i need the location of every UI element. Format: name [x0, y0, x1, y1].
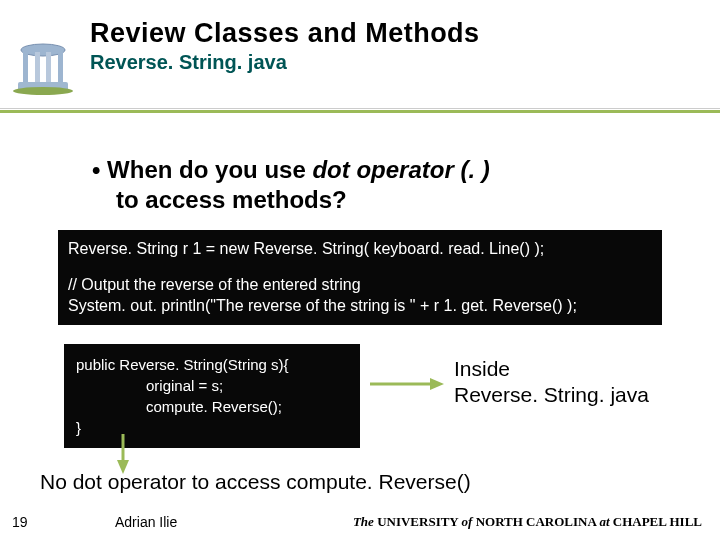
- bottom-note: No dot operator to access compute. Rever…: [40, 470, 471, 494]
- bullet-question: • When do you use dot operator (. ) to a…: [92, 155, 690, 215]
- code-line: // Output the reverse of the entered str…: [68, 274, 652, 296]
- svg-rect-2: [35, 52, 40, 82]
- svg-point-6: [13, 87, 73, 95]
- slide-title: Review Classes and Methods: [90, 18, 720, 49]
- svg-rect-4: [58, 52, 63, 82]
- code-line: compute. Reverse();: [76, 396, 348, 417]
- arrow-right-icon: [368, 376, 444, 392]
- page-number: 19: [12, 514, 28, 530]
- inside-label: Inside Reverse. String. java: [454, 356, 649, 409]
- code-block-constructor: public Reverse. String(String s){ origin…: [64, 344, 360, 448]
- bullet-italic: dot operator (. ): [312, 156, 489, 183]
- footer: 19 Adrian Ilie The UNIVERSITY of NORTH C…: [0, 510, 720, 540]
- bullet-suffix: to access methods?: [92, 185, 690, 215]
- logo-icon: [8, 38, 78, 98]
- divider-line: [0, 108, 720, 109]
- code-line: System. out. println("The reverse of the…: [68, 295, 652, 317]
- slide-subtitle: Reverse. String. java: [90, 51, 720, 74]
- university-name: The UNIVERSITY of NORTH CAROLINA at CHAP…: [353, 514, 702, 530]
- arrow-down-icon: [114, 432, 132, 474]
- inside-line2: Reverse. String. java: [454, 382, 649, 408]
- author-name: Adrian Ilie: [115, 514, 177, 530]
- code-line: Reverse. String r 1 = new Reverse. Strin…: [68, 238, 652, 260]
- code-line: original = s;: [76, 375, 348, 396]
- svg-rect-1: [23, 52, 28, 82]
- divider-line-green: [0, 110, 720, 113]
- svg-marker-8: [430, 378, 444, 390]
- code-block-main: Reverse. String r 1 = new Reverse. Strin…: [58, 230, 662, 325]
- svg-rect-3: [46, 52, 51, 82]
- bullet-prefix: • When do you use: [92, 156, 312, 183]
- code-line: public Reverse. String(String s){: [76, 354, 348, 375]
- inside-line1: Inside: [454, 356, 649, 382]
